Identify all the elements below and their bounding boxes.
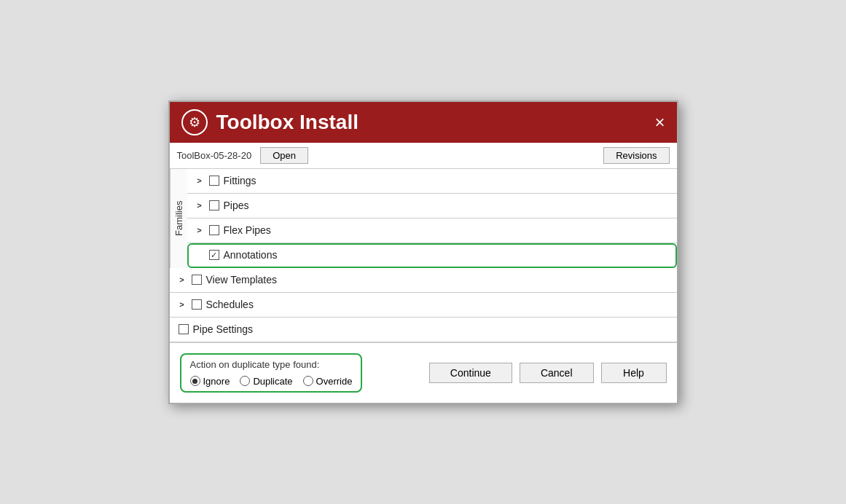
ignore-label: Ignore	[203, 376, 230, 387]
view-templates-row: > View Templates	[170, 268, 677, 293]
action-label: Action on duplicate type found:	[190, 359, 353, 370]
ignore-radio[interactable]	[190, 376, 200, 386]
schedules-label: Schedules	[206, 299, 254, 310]
action-buttons: Continue Cancel Help	[429, 363, 667, 383]
view-templates-checkbox[interactable]	[192, 275, 202, 285]
view-templates-label: View Templates	[206, 274, 278, 286]
pipes-checkbox[interactable]	[209, 200, 219, 210]
pipe-settings-label: Pipe Settings	[193, 323, 254, 335]
revisions-button[interactable]: Revisions	[603, 147, 669, 164]
override-option[interactable]: Override	[303, 376, 353, 387]
app-icon: ⚙	[181, 109, 208, 135]
radio-group: Ignore Duplicate Override	[190, 376, 353, 387]
bottom-section: Action on duplicate type found: Ignore D…	[170, 343, 677, 403]
annotations-row: > Annotations	[187, 243, 677, 268]
schedules-row: > Schedules	[170, 293, 677, 318]
action-group: Action on duplicate type found: Ignore D…	[180, 353, 363, 393]
tree-row: > Fittings	[187, 169, 677, 194]
expand-pipes-button[interactable]: >	[193, 199, 206, 212]
duplicate-radio[interactable]	[240, 376, 250, 386]
toolbar: ToolBox-05-28-20 Open Revisions	[170, 143, 677, 169]
override-radio[interactable]	[303, 376, 313, 386]
expand-view-templates-button[interactable]: >	[176, 273, 189, 286]
filename-label: ToolBox-05-28-20	[177, 150, 252, 161]
duplicate-option[interactable]: Duplicate	[240, 376, 292, 387]
open-button[interactable]: Open	[260, 147, 308, 164]
fittings-checkbox[interactable]	[209, 176, 219, 186]
title-bar: ⚙ Toolbox Install ×	[170, 102, 677, 143]
schedules-checkbox[interactable]	[192, 299, 202, 310]
toolbox-install-dialog: ⚙ Toolbox Install × ToolBox-05-28-20 Ope…	[168, 101, 678, 404]
annotations-checkbox[interactable]	[209, 250, 219, 260]
dialog-title: Toolbox Install	[216, 111, 359, 134]
close-button[interactable]: ×	[654, 114, 665, 131]
fittings-label: Fittings	[224, 175, 256, 186]
continue-button[interactable]: Continue	[429, 363, 512, 383]
annotations-label: Annotations	[224, 249, 278, 261]
families-label: Families	[170, 169, 187, 268]
cancel-button[interactable]: Cancel	[520, 363, 594, 383]
pipes-label: Pipes	[224, 200, 249, 211]
families-section: Families > Fittings > Pipes >	[170, 169, 677, 268]
tree-row: > Pipes	[187, 194, 677, 218]
expand-flex-pipes-button[interactable]: >	[193, 224, 206, 237]
override-label: Override	[316, 376, 353, 387]
expand-schedules-button[interactable]: >	[176, 298, 189, 311]
flex-pipes-checkbox[interactable]	[209, 225, 219, 235]
content-tree: Families > Fittings > Pipes >	[170, 169, 677, 343]
expand-fittings-button[interactable]: >	[193, 174, 206, 187]
pipe-settings-row: Pipe Settings	[170, 318, 677, 342]
tree-row: > Flex Pipes	[187, 218, 677, 243]
ignore-option[interactable]: Ignore	[190, 376, 230, 387]
families-tree: > Fittings > Pipes > Flex Pipes	[187, 169, 677, 268]
help-button[interactable]: Help	[601, 363, 667, 383]
duplicate-label: Duplicate	[253, 376, 292, 387]
title-bar-left: ⚙ Toolbox Install	[181, 109, 359, 135]
pipe-settings-checkbox[interactable]	[179, 324, 189, 334]
flex-pipes-label: Flex Pipes	[224, 224, 271, 236]
